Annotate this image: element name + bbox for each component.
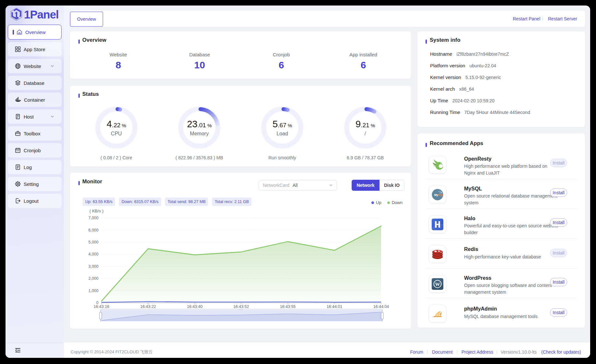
svg-text:5,000: 5,000 <box>88 240 99 245</box>
svg-text:4,000: 4,000 <box>88 252 99 256</box>
svg-text:16:43:52: 16:43:52 <box>233 304 249 309</box>
svg-text:16:43:22: 16:43:22 <box>140 304 156 309</box>
svg-text:16:44:04: 16:44:04 <box>373 304 389 309</box>
svg-text:1,000: 1,000 <box>88 289 99 293</box>
svg-text:16:44:01: 16:44:01 <box>327 304 343 309</box>
svg-text:SQL: SQL <box>438 193 443 197</box>
svg-text:6,000: 6,000 <box>88 228 99 233</box>
svg-text:16:43:16: 16:43:16 <box>94 304 110 309</box>
svg-text:16:43:55: 16:43:55 <box>280 304 296 309</box>
svg-text:2,000: 2,000 <box>88 276 99 281</box>
svg-text:( KB/s ): ( KB/s ) <box>89 209 103 213</box>
svg-text:W: W <box>435 281 440 287</box>
svg-text:7,000: 7,000 <box>88 216 99 220</box>
svg-text:16:43:40: 16:43:40 <box>187 304 203 309</box>
svg-text:phpMyAdmin: phpMyAdmin <box>433 315 442 317</box>
svg-text:3,000: 3,000 <box>88 264 99 269</box>
